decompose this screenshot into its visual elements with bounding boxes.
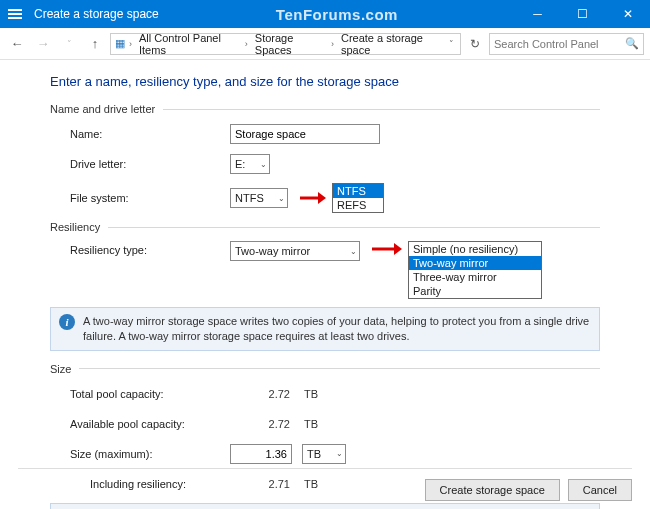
res-option-three-way[interactable]: Three-way mirror [409,270,541,284]
section-name-drive: Name and drive letter [50,103,600,115]
fs-option-ntfs[interactable]: NTFS [333,184,383,198]
label-incl-res: Including resiliency: [90,478,230,490]
arrow-annotation-icon [370,241,402,257]
crumb-storage-spaces[interactable]: Storage Spaces [252,31,327,57]
label-res-type: Resiliency type: [70,241,230,256]
avail-pool-value: 2.72 [230,418,290,430]
refresh-button[interactable]: ↻ [465,37,485,51]
resiliency-dropdown[interactable]: Simple (no resiliency) Two-way mirror Th… [408,241,542,299]
res-option-parity[interactable]: Parity [409,284,541,298]
maximize-button[interactable]: ☐ [560,0,605,28]
incl-res-value: 2.71 [230,478,290,490]
recent-dropdown[interactable]: ˅ [58,33,80,55]
control-panel-icon: ▦ [115,37,125,50]
chevron-icon: › [329,39,336,49]
menu-icon[interactable] [8,9,28,19]
resiliency-info-text: A two-way mirror storage space writes tw… [83,314,591,344]
close-button[interactable]: ✕ [605,0,650,28]
button-row: Create storage space Cancel [425,471,632,501]
forward-button[interactable]: → [32,33,54,55]
create-storage-space-button[interactable]: Create storage space [425,479,560,501]
file-system-dropdown[interactable]: NTFS REFS [332,183,384,213]
back-button[interactable]: ← [6,33,28,55]
drive-letter-select[interactable]: E:⌄ [230,154,270,174]
crumb-all-items[interactable]: All Control Panel Items [136,31,241,57]
titlebar: Create a storage space TenForums.com ─ ☐… [0,0,650,28]
label-total-pool: Total pool capacity: [70,388,230,400]
watermark: TenForums.com [159,6,515,23]
unit-tb: TB [304,478,318,490]
window-title: Create a storage space [34,7,159,21]
section-size: Size [50,363,600,375]
arrow-annotation-icon [298,190,326,206]
chevron-down-icon[interactable]: ˅ [447,39,456,49]
label-name: Name: [70,128,230,140]
window-controls: ─ ☐ ✕ [515,0,650,28]
resiliency-type-select[interactable]: Two-way mirror⌄ [230,241,360,261]
cancel-button[interactable]: Cancel [568,479,632,501]
size-info-box: i A storage space can be larger than the… [50,503,600,509]
footer-divider [18,468,632,469]
file-system-select[interactable]: NTFS⌄ [230,188,288,208]
size-max-input[interactable] [230,444,292,464]
resiliency-info-box: i A two-way mirror storage space writes … [50,307,600,351]
breadcrumb[interactable]: ▦ › All Control Panel Items › Storage Sp… [110,33,461,55]
unit-tb: TB [304,418,318,430]
fs-option-refs[interactable]: REFS [333,198,383,212]
label-drive: Drive letter: [70,158,230,170]
crumb-create[interactable]: Create a storage space [338,31,445,57]
search-placeholder: Search Control Panel [494,38,599,50]
label-fs: File system: [70,192,230,204]
svg-marker-3 [394,243,402,255]
res-option-simple[interactable]: Simple (no resiliency) [409,242,541,256]
size-unit-select[interactable]: TB⌄ [302,444,346,464]
name-input[interactable] [230,124,380,144]
total-pool-value: 2.72 [230,388,290,400]
up-button[interactable]: ↑ [84,33,106,55]
unit-tb: TB [304,388,318,400]
search-input[interactable]: Search Control Panel 🔍 [489,33,644,55]
content-area: Enter a name, resiliency type, and size … [0,60,650,509]
label-avail-pool: Available pool capacity: [70,418,230,430]
navbar: ← → ˅ ↑ ▦ › All Control Panel Items › St… [0,28,650,60]
search-icon: 🔍 [625,37,639,50]
label-size-max: Size (maximum): [70,448,230,460]
page-headline: Enter a name, resiliency type, and size … [50,74,600,89]
info-icon: i [59,314,75,330]
svg-marker-1 [318,192,326,204]
section-resiliency: Resiliency [50,221,600,233]
chevron-icon: › [243,39,250,49]
chevron-icon: › [127,39,134,49]
minimize-button[interactable]: ─ [515,0,560,28]
res-option-two-way[interactable]: Two-way mirror [409,256,541,270]
